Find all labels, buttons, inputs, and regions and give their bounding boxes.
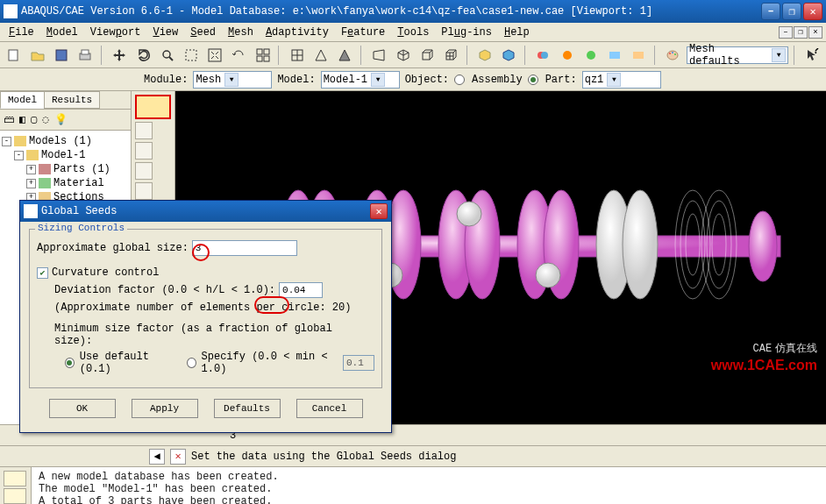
part-radio[interactable]: [528, 75, 538, 85]
doc-restore[interactable]: ❐: [794, 26, 808, 39]
pan-icon[interactable]: [110, 45, 130, 66]
views-icon[interactable]: [253, 45, 273, 66]
chevron-down-icon[interactable]: ▼: [772, 48, 786, 62]
color5-icon[interactable]: [629, 45, 649, 66]
fit-icon[interactable]: [205, 45, 225, 66]
render1-icon[interactable]: [475, 45, 495, 66]
part-combo[interactable]: qz1▼: [582, 71, 661, 89]
svg-point-18: [541, 52, 548, 59]
cancel-button[interactable]: Cancel: [296, 399, 363, 418]
grid-box-icon[interactable]: [440, 45, 460, 66]
help-pointer-icon[interactable]: ?: [802, 45, 822, 66]
defaults-button[interactable]: Defaults: [214, 399, 281, 418]
svg-rect-15: [423, 53, 430, 60]
db-icon[interactable]: 🗃: [4, 113, 14, 126]
color2-icon[interactable]: [557, 45, 577, 66]
svg-rect-8: [257, 49, 262, 54]
watermark-url: www.1CAE.com: [711, 358, 817, 373]
print-icon[interactable]: [75, 45, 96, 66]
color3-icon[interactable]: [580, 45, 601, 66]
menu-bar: File Model Viewport View Seed Mesh Adapt…: [0, 23, 826, 42]
specify-label: Specify (0.0 < min < 1.0): [202, 351, 339, 375]
menu-tools[interactable]: Tools: [392, 25, 434, 40]
hidden-icon[interactable]: [310, 45, 331, 66]
cancel-icon[interactable]: ✕: [170, 449, 186, 465]
bulb-icon[interactable]: 💡: [54, 113, 68, 126]
use-default-radio[interactable]: [65, 358, 75, 368]
menu-help[interactable]: Help: [499, 25, 535, 40]
tab-model[interactable]: Model: [0, 91, 45, 109]
dialog-title-bar[interactable]: Global Seeds ✕: [20, 201, 391, 222]
menu-mesh[interactable]: Mesh: [223, 25, 259, 40]
part-label: Part:: [545, 74, 577, 86]
deviation-input[interactable]: [279, 282, 323, 298]
menu-adaptivity[interactable]: Adaptivity: [260, 25, 334, 40]
module-combo[interactable]: Mesh▼: [193, 71, 272, 89]
svg-line-5: [169, 57, 173, 60]
menu-seed[interactable]: Seed: [185, 25, 221, 40]
menu-plugins[interactable]: Plug-ins: [436, 25, 497, 40]
doc-minimize[interactable]: –: [779, 26, 793, 39]
doc-close[interactable]: ×: [808, 26, 822, 39]
svg-point-24: [669, 53, 671, 54]
curvature-label: Curvature control: [52, 266, 159, 279]
svg-rect-11: [264, 56, 269, 61]
menu-view[interactable]: View: [147, 25, 183, 40]
menu-viewport[interactable]: Viewport: [85, 25, 146, 40]
tab-results[interactable]: Results: [44, 91, 100, 109]
ok-button[interactable]: OK: [49, 399, 116, 418]
new-icon[interactable]: [4, 45, 24, 66]
box-zoom-icon[interactable]: [181, 45, 201, 66]
chevron-down-icon[interactable]: ▼: [224, 73, 239, 87]
tool-2[interactable]: [135, 142, 153, 160]
wireframe-icon[interactable]: [287, 45, 307, 66]
render2-icon[interactable]: [499, 45, 519, 66]
seed-part-button[interactable]: [135, 95, 171, 119]
chevron-down-icon[interactable]: ▼: [371, 73, 385, 87]
svg-point-20: [587, 51, 595, 60]
curvature-checkbox[interactable]: ✔: [37, 267, 48, 279]
color4-icon[interactable]: [604, 45, 624, 66]
apply-button[interactable]: Apply: [132, 399, 198, 418]
tool-4[interactable]: [135, 182, 153, 200]
iso-icon[interactable]: [393, 45, 413, 66]
nav-icon[interactable]: ▢: [31, 113, 37, 126]
color1-icon[interactable]: [533, 45, 553, 66]
minimize-button[interactable]: –: [761, 3, 780, 20]
tool-3[interactable]: [135, 162, 153, 180]
save-icon[interactable]: [51, 45, 71, 66]
close-button[interactable]: ✕: [803, 3, 822, 20]
specify-input[interactable]: [343, 355, 374, 371]
menu-model[interactable]: Model: [41, 25, 83, 40]
open-icon[interactable]: [27, 45, 47, 66]
specify-radio[interactable]: [187, 358, 196, 368]
zoom-icon[interactable]: [157, 45, 177, 66]
cycle-view-icon[interactable]: [229, 45, 249, 66]
mesh-defaults-combo[interactable]: Mesh defaults ▼: [687, 46, 788, 64]
approx-size-input[interactable]: [192, 240, 297, 256]
maximize-button[interactable]: ❐: [782, 3, 801, 20]
object-label: Object:: [405, 74, 449, 86]
perspective-icon[interactable]: [369, 45, 389, 66]
svg-text:?: ?: [813, 48, 819, 57]
palette-icon[interactable]: [663, 45, 683, 66]
tree-toolbar: 🗃 ◧ ▢ ◌ 💡: [0, 110, 131, 131]
log-text[interactable]: A new model database has been created. T…: [32, 467, 826, 504]
opt-icon[interactable]: ◌: [42, 113, 48, 126]
chevron-down-icon[interactable]: ▼: [607, 73, 621, 87]
dialog-close-button[interactable]: ✕: [370, 203, 388, 219]
back-icon[interactable]: ◀: [149, 449, 165, 465]
svg-rect-22: [633, 52, 644, 59]
menu-file[interactable]: File: [4, 25, 39, 40]
filter-icon[interactable]: ◧: [19, 113, 25, 126]
log-tab-1[interactable]: [4, 471, 26, 486]
tool-1[interactable]: [135, 122, 153, 139]
box-icon[interactable]: [417, 45, 437, 66]
watermark: CAE 仿真在线: [753, 340, 818, 356]
log-tab-2[interactable]: [4, 488, 26, 504]
model-combo[interactable]: Model-1▼: [321, 71, 400, 89]
menu-feature[interactable]: Feature: [336, 25, 390, 40]
assembly-radio[interactable]: [454, 75, 465, 85]
rotate-icon[interactable]: [133, 45, 153, 66]
shaded-icon[interactable]: [335, 45, 355, 66]
